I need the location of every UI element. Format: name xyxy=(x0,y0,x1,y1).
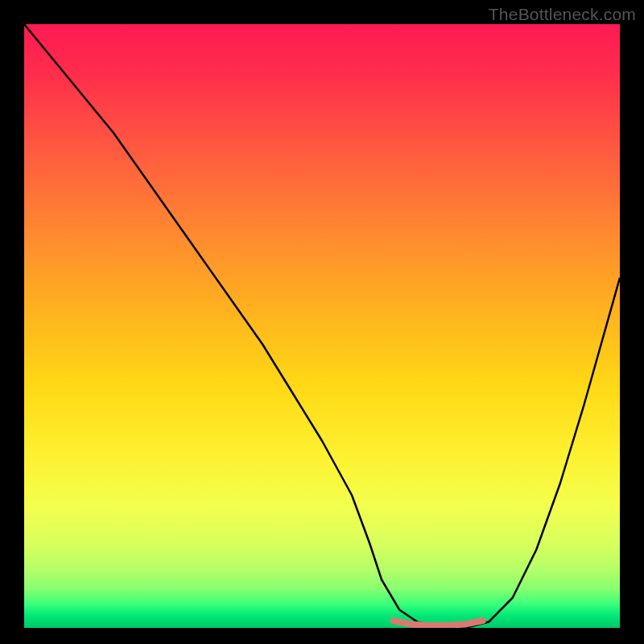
bottleneck-curve xyxy=(24,24,620,628)
plot-area xyxy=(24,24,620,628)
optimal-flat-segment xyxy=(394,621,483,625)
watermark-text: TheBottleneck.com xyxy=(489,5,636,24)
curve-layer xyxy=(24,24,620,628)
chart-frame: TheBottleneck.com xyxy=(0,0,644,644)
